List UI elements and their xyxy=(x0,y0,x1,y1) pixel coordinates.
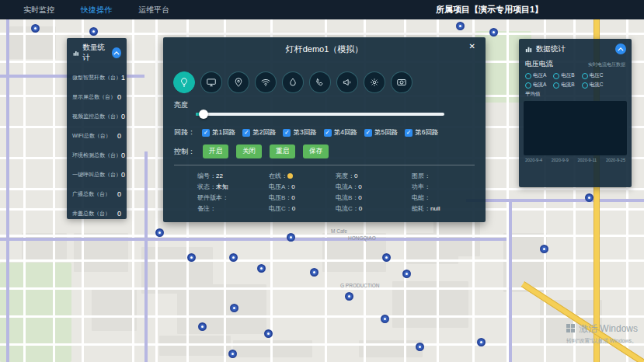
map-road xyxy=(23,19,26,362)
map-road xyxy=(0,287,644,290)
map-marker[interactable] xyxy=(264,329,273,338)
map-building-block xyxy=(177,284,266,334)
slider-handle[interactable] xyxy=(199,110,208,119)
megaphone-icon[interactable] xyxy=(336,71,358,93)
control-button-2[interactable]: 关闭 xyxy=(236,144,262,158)
windows-logo-icon xyxy=(566,324,575,332)
slider-track[interactable] xyxy=(196,113,444,116)
info-value: 0 xyxy=(359,205,362,212)
nav-tab-1[interactable]: 实时监控 xyxy=(23,5,54,16)
map-road xyxy=(0,259,644,262)
map-road xyxy=(132,19,134,362)
legend-item-6[interactable]: 电流C xyxy=(582,82,604,89)
x-axis-label: 2020-9-4 xyxy=(525,158,542,162)
info-label: 电能： xyxy=(412,193,430,202)
location-icon[interactable] xyxy=(228,71,249,93)
control-button-1[interactable]: 开启 xyxy=(203,144,228,158)
info-pair: 亮度：0 xyxy=(336,171,412,180)
nav-tab-2[interactable]: 快捷操作 xyxy=(81,5,112,16)
map-marker[interactable] xyxy=(230,304,238,312)
legend-label: 电流A xyxy=(533,82,546,89)
legend-item-4[interactable]: 电流A xyxy=(525,82,546,89)
map-marker[interactable] xyxy=(229,253,238,262)
info-pair: 能耗：null xyxy=(412,204,475,213)
gear-icon[interactable] xyxy=(364,71,385,93)
map-marker[interactable] xyxy=(456,22,465,30)
map-marker[interactable] xyxy=(585,193,594,202)
checkbox-icon[interactable]: ✓ xyxy=(324,129,332,137)
loop-checkbox-2[interactable]: ✓第2回路 xyxy=(242,128,276,137)
camera-icon[interactable] xyxy=(391,71,413,93)
checkbox-icon[interactable]: ✓ xyxy=(202,129,210,137)
map-marker[interactable] xyxy=(416,343,424,351)
info-label: 电流A： xyxy=(336,183,358,191)
legend-item-2[interactable]: 电压B xyxy=(553,72,574,79)
info-pair: 在线： xyxy=(269,171,336,180)
map-marker[interactable] xyxy=(228,350,237,358)
map-marker[interactable] xyxy=(381,315,389,323)
info-pair: 编号：22 xyxy=(197,171,269,180)
close-icon[interactable]: ✕ xyxy=(469,42,475,50)
legend-item-5[interactable]: 电流B xyxy=(553,82,574,89)
info-pair: 电流C：0 xyxy=(336,204,412,213)
loop-checkbox-4[interactable]: ✓第4回路 xyxy=(324,128,357,137)
stat-label: WIFI总数（台） xyxy=(72,132,111,140)
checkbox-icon[interactable]: ✓ xyxy=(405,129,413,137)
x-axis-label: 2020-9-25 xyxy=(606,158,625,162)
map-marker[interactable] xyxy=(155,228,164,237)
loop-label: 第1回路 xyxy=(212,128,235,137)
bulb-icon[interactable] xyxy=(173,71,195,93)
control-button-4[interactable]: 保存 xyxy=(303,144,329,158)
loop-checkbox-5[interactable]: ✓第5回路 xyxy=(364,128,398,137)
map-marker[interactable] xyxy=(402,270,411,278)
info-pair: 电流B：0 xyxy=(336,193,412,202)
watermark-line1: 激活 Windows xyxy=(579,323,638,334)
phone-icon[interactable] xyxy=(309,71,331,93)
map-marker[interactable] xyxy=(310,268,319,277)
legend-item-3[interactable]: 电压C xyxy=(582,72,604,79)
map-marker[interactable] xyxy=(477,338,486,346)
wifi-icon[interactable] xyxy=(255,71,277,93)
loop-checkbox-6[interactable]: ✓第6回路 xyxy=(405,128,438,137)
top-nav-bar: 实时监控快捷操作运维平台 所属项目【演示专用项目1】 xyxy=(0,0,644,19)
map-marker[interactable] xyxy=(489,28,498,37)
map-marker[interactable] xyxy=(382,253,391,262)
screen-icon[interactable] xyxy=(200,71,222,93)
collapse-button[interactable] xyxy=(615,44,626,54)
info-value: 0 xyxy=(354,172,357,179)
map-marker[interactable] xyxy=(257,264,266,273)
device-info-grid: 编号：22状态：未知硬件版本：备注：在线：电压A：0电压B：0电压C：0亮度：0… xyxy=(197,171,475,213)
loop-checkbox-1[interactable]: ✓第1回路 xyxy=(202,128,235,137)
map-marker[interactable] xyxy=(198,322,207,331)
checkbox-icon[interactable]: ✓ xyxy=(364,129,372,137)
collapse-button[interactable] xyxy=(112,47,121,58)
control-button-3[interactable]: 重启 xyxy=(270,144,295,158)
nav-tab-3[interactable]: 运维平台 xyxy=(138,5,169,16)
map-marker[interactable] xyxy=(187,253,196,262)
map-marker[interactable] xyxy=(89,27,98,36)
legend-item-1[interactable]: 电压A xyxy=(525,72,546,79)
legend-label: 电压B xyxy=(561,72,574,79)
loop-label: 第5回路 xyxy=(374,128,398,137)
map-marker[interactable] xyxy=(540,245,548,253)
info-label: 电压C： xyxy=(269,204,292,213)
drop-icon[interactable] xyxy=(282,71,304,93)
legend-label: 电压C xyxy=(590,72,604,79)
checkbox-icon[interactable]: ✓ xyxy=(283,129,291,137)
map-marker[interactable] xyxy=(345,292,353,301)
map-park xyxy=(0,263,71,362)
map-road xyxy=(0,343,644,346)
checkbox-icon[interactable]: ✓ xyxy=(242,129,250,137)
watermark-line2: 转到“设置”以激活 Windows。 xyxy=(566,337,638,345)
map-label: G PRODUCTION xyxy=(340,283,380,288)
map-marker[interactable] xyxy=(31,24,40,33)
info-label: 电压A： xyxy=(269,183,291,191)
bar-chart-icon xyxy=(524,45,533,54)
map-marker[interactable] xyxy=(287,233,295,242)
brightness-slider[interactable] xyxy=(196,109,444,120)
loop-checkbox-3[interactable]: ✓第3回路 xyxy=(283,128,316,137)
panel-header: 数量统计 xyxy=(67,38,127,66)
stat-value: 0 xyxy=(117,210,121,218)
map-road xyxy=(466,199,644,202)
stat-row: 微型智慧杆数（台）1 xyxy=(72,68,121,87)
